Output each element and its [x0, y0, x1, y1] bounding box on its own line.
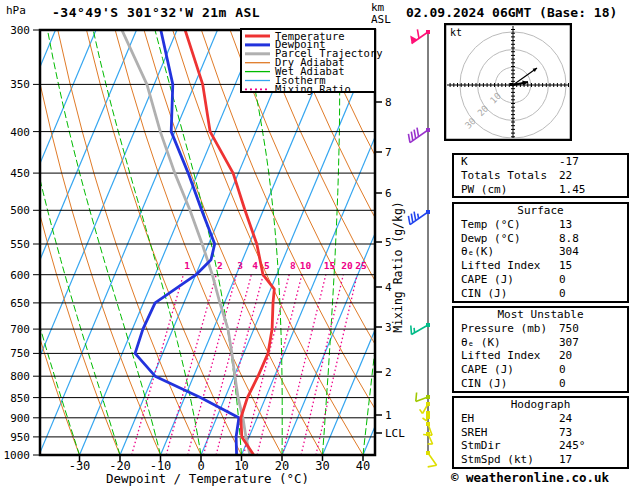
svg-text:300: 300 — [10, 24, 30, 37]
stat-row: CAPE (J)0 — [454, 273, 627, 287]
svg-text:8: 8 — [385, 96, 392, 109]
stat-value: -17 — [559, 155, 579, 169]
svg-text:7: 7 — [385, 146, 392, 159]
stat-value: 24 — [559, 412, 572, 426]
temperature-curve — [185, 30, 274, 455]
stat-value: 307 — [559, 336, 579, 350]
stat-value: 0 — [559, 287, 566, 301]
stat-row: StmDir245° — [454, 439, 627, 453]
stat-row: PW (cm)1.45 — [454, 183, 627, 197]
svg-text:10: 10 — [300, 260, 312, 271]
svg-text:1: 1 — [385, 409, 392, 422]
sounding-page: hPa -34°49'S 301°32'W 21m ASL km ASL 02.… — [0, 0, 629, 486]
hodograph-stats-panel: HodographEH24SREH73StmDir245°StmSpd (kt)… — [452, 396, 629, 469]
svg-text:Mixing Ratio: Mixing Ratio — [275, 83, 351, 95]
legend: TemperatureDewpointParcel TrajectoryDry … — [241, 29, 382, 95]
stat-label: Pressure (mb) — [461, 322, 547, 335]
stat-label: Lifted Index — [461, 259, 540, 272]
stat-label: SREH — [461, 426, 488, 439]
stat-label: StmDir — [461, 439, 501, 452]
svg-text:850: 850 — [10, 392, 30, 405]
stat-row: θₑ(K)304 — [454, 245, 627, 259]
stat-value: 20 — [559, 349, 572, 363]
hodograph-plot: 102030kt — [444, 23, 572, 141]
stat-row: K-17 — [454, 155, 627, 169]
stat-row: EH24 — [454, 412, 627, 426]
panel-title: Hodograph — [454, 398, 627, 412]
svg-text:4: 4 — [252, 260, 258, 271]
mixing-ratio-axis-label: Mixing Ratio (g/kg) — [391, 197, 405, 337]
stat-value: 0 — [559, 363, 566, 377]
stat-value: 0 — [559, 273, 566, 287]
stat-value: 304 — [559, 245, 579, 259]
svg-text:400: 400 — [10, 126, 30, 139]
stat-label: Temp (°C) — [461, 218, 521, 231]
svg-text:2: 2 — [217, 260, 223, 271]
stat-label: CIN (J) — [461, 377, 507, 390]
stat-row: CIN (J)0 — [454, 377, 627, 391]
stat-row: Totals Totals22 — [454, 169, 627, 183]
stat-label: CAPE (J) — [461, 273, 514, 286]
svg-text:550: 550 — [10, 238, 30, 251]
stat-label: StmSpd (kt) — [461, 453, 534, 466]
surface-panel: SurfaceTemp (°C)13Dewp (°C)8.8θₑ(K)304Li… — [452, 202, 629, 303]
stat-value: 13 — [559, 218, 572, 232]
stat-row: SREH73 — [454, 426, 627, 440]
stat-label: K — [461, 155, 468, 168]
svg-text:8: 8 — [290, 260, 296, 271]
panel-title: Most Unstable — [454, 308, 627, 322]
stat-row: Lifted Index20 — [454, 349, 627, 363]
svg-text:2: 2 — [385, 366, 392, 379]
svg-text:700: 700 — [10, 323, 30, 336]
stat-value: 15 — [559, 259, 572, 273]
stat-label: Totals Totals — [461, 169, 547, 182]
stat-row: CIN (J)0 — [454, 287, 627, 301]
svg-text:20: 20 — [341, 260, 353, 271]
stat-row: θₑ (K)307 — [454, 336, 627, 350]
stat-label: Dewp (°C) — [461, 232, 521, 245]
stat-value: 22 — [559, 169, 572, 183]
stat-label: CIN (J) — [461, 287, 507, 300]
svg-text:800: 800 — [10, 370, 30, 383]
stat-value: 245° — [559, 439, 586, 453]
most-unstable-panel: Most UnstablePressure (mb)750θₑ (K)307Li… — [452, 306, 629, 393]
wind-barb-column — [408, 29, 436, 467]
svg-text:500: 500 — [10, 204, 30, 217]
hodograph-unit-label: kt — [450, 27, 462, 38]
svg-text:5: 5 — [264, 260, 270, 271]
background-isopleths — [0, 30, 450, 455]
stat-row: CAPE (J)0 — [454, 363, 627, 377]
svg-text:650: 650 — [10, 297, 30, 310]
svg-text:450: 450 — [10, 167, 30, 180]
svg-text:600: 600 — [10, 269, 30, 282]
svg-text:350: 350 — [10, 78, 30, 91]
svg-text:900: 900 — [10, 412, 30, 425]
temperature-axis-label: Dewpoint / Temperature (°C) — [40, 471, 375, 486]
stat-label: EH — [461, 412, 474, 425]
svg-text:15: 15 — [324, 260, 336, 271]
svg-text:750: 750 — [10, 347, 30, 360]
stat-value: 1.45 — [559, 183, 586, 197]
svg-text:3: 3 — [237, 260, 243, 271]
stat-label: θₑ(K) — [461, 245, 494, 258]
stat-row: StmSpd (kt)17 — [454, 453, 627, 467]
stat-label: Lifted Index — [461, 349, 540, 362]
svg-text:LCL: LCL — [385, 427, 405, 440]
copyright: © weatheronline.co.uk — [451, 470, 609, 485]
stat-value: 17 — [559, 453, 572, 467]
stat-value: 0 — [559, 377, 566, 391]
stat-row: Dewp (°C)8.8 — [454, 232, 627, 246]
stat-value: 8.8 — [559, 232, 579, 246]
stat-value: 73 — [559, 426, 572, 440]
stat-label: PW (cm) — [461, 183, 507, 196]
skewt-chart: 3003504004505005506006507007508008509009… — [0, 0, 450, 486]
stat-row: Pressure (mb)750 — [454, 322, 627, 336]
stat-row: Lifted Index15 — [454, 259, 627, 273]
stability-indices-panel: K-17Totals Totals22PW (cm)1.45 — [452, 153, 629, 198]
stat-label: θₑ (K) — [461, 336, 501, 349]
svg-text:950: 950 — [10, 431, 30, 444]
svg-text:25: 25 — [355, 260, 367, 271]
svg-text:1000: 1000 — [4, 449, 31, 462]
panel-title: Surface — [454, 204, 627, 218]
stat-value: 750 — [559, 322, 579, 336]
